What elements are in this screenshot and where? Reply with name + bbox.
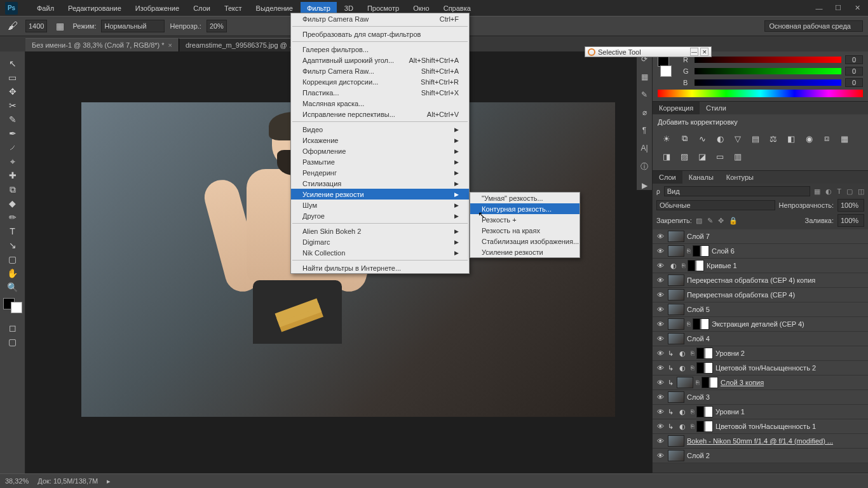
lock-pos-icon[interactable]: ✥ [718,217,724,225]
layer-row[interactable]: 👁↳◐⎘Цветовой тон/Насыщенность 1 [653,419,868,434]
zoom-level[interactable]: 38,32% [5,477,29,485]
visibility-icon[interactable]: 👁 [655,393,665,401]
lock-all-icon[interactable]: 🔒 [729,217,738,225]
filter-adj-icon[interactable]: ◐ [825,187,832,196]
minimize-icon[interactable]: — [813,4,825,13]
channelmixer-icon[interactable]: ⧈ [820,132,833,145]
crop-tool[interactable]: ✂ [5,98,20,112]
layer-row[interactable]: 👁↳◐⎘Уровни 2 [653,346,868,361]
layer-name[interactable]: Слой 3 копия [721,379,764,386]
layer-name[interactable]: Уровни 2 [715,349,745,357]
layer-name[interactable]: Слой 7 [687,233,710,240]
menu-item[interactable]: Стилизация▶ [291,178,469,189]
hue-bar[interactable] [658,90,863,97]
colorbalance-icon[interactable]: ⚖ [767,132,780,145]
brush-preset-icon[interactable]: ▦ [52,19,67,33]
layer-row[interactable]: 👁Перекрестная обработка (CEP 4) [653,288,868,302]
visibility-icon[interactable]: 👁 [655,276,665,284]
visibility-icon[interactable]: 👁 [655,291,665,299]
visibility-icon[interactable]: 👁 [655,233,665,240]
link-icon[interactable]: ⎘ [691,365,694,371]
levels-icon[interactable]: ⧉ [678,132,691,145]
maximize-icon[interactable]: ☐ [832,4,844,13]
eyedropper-tool[interactable]: ✎ [5,112,20,126]
layer-row[interactable]: 👁◐⎘Кривые 1 [653,259,868,273]
layer-name[interactable]: Уровни 1 [715,408,745,416]
menu-item[interactable]: Шум▶ [291,200,469,210]
background-swatch[interactable] [660,65,672,77]
bg-swatch[interactable] [11,302,22,313]
menu-Изображение[interactable]: Изображение [129,2,186,15]
hand-tool[interactable]: ✋ [5,266,20,280]
lasso-tool[interactable]: ✥ [5,85,20,98]
link-icon[interactable]: ⎘ [691,423,694,430]
visibility-icon[interactable]: 👁 [655,379,665,386]
threshold-icon[interactable]: ◪ [696,150,709,163]
history-brush-tool[interactable]: ✚ [5,168,20,182]
layer-row[interactable]: 👁↳◐⎘Уровни 1 [653,405,868,419]
path-tool[interactable]: ↘ [5,238,20,252]
tab-channels[interactable]: Каналы [682,171,720,184]
layer-row[interactable]: 👁Слой 3 [653,390,868,405]
menu-item[interactable]: Фильтр Camera RawCtrl+F [291,13,469,24]
menu-item[interactable]: Видео▶ [291,124,469,135]
opacity-field[interactable]: 20% [207,20,227,32]
visibility-icon[interactable]: 👁 [655,306,665,313]
layer-name[interactable]: Слой 3 [687,393,710,401]
layer-row[interactable]: 👁Слой 4 [653,332,868,346]
screenmode-icon[interactable]: ▢ [5,335,20,349]
link-icon[interactable]: ⎘ [691,409,694,415]
tab-close-icon[interactable]: × [168,41,172,49]
link-icon[interactable]: ⎘ [687,321,690,327]
swatches-icon[interactable]: ▦ [641,72,648,81]
submenu-item[interactable]: Резкость на краях [470,225,580,236]
invert-icon[interactable]: ◨ [660,150,673,163]
filter-shape-icon[interactable]: ▢ [846,187,853,196]
brush-icon[interactable]: ✎ [641,90,648,99]
tab-layers[interactable]: Слои [653,171,682,184]
lookup-icon[interactable]: ▦ [838,132,851,145]
layer-row[interactable]: 👁Слой 7 [653,229,868,244]
visibility-icon[interactable]: 👁 [655,262,665,269]
menu-item[interactable]: Digimarc▶ [291,236,469,247]
curves-icon[interactable]: ∿ [696,132,709,145]
menu-item[interactable]: Другое▶ [291,210,469,221]
menu-item[interactable]: Преобразовать для смарт-фильтров [291,29,469,39]
brush-size-field[interactable]: 1400 [25,20,47,32]
layer-name[interactable]: Bokeh - Nikon 50mm f/1.4 @ f/1.4 (modifi… [687,437,833,445]
g-value[interactable]: 0 [845,67,863,76]
char-icon[interactable]: A| [641,144,648,152]
link-icon[interactable]: ⎘ [687,248,690,254]
menu-Слои[interactable]: Слои [187,2,217,15]
exposure-icon[interactable]: ◐ [714,132,726,145]
brush-icon[interactable]: 🖌 [5,19,20,33]
selective-close-icon[interactable]: ✕ [700,48,709,56]
visibility-icon[interactable]: 👁 [655,335,665,342]
photofilter-icon[interactable]: ◉ [803,132,815,145]
bw-icon[interactable]: ◧ [785,132,797,145]
workspace-select[interactable]: Основная рабочая среда [764,20,863,32]
layer-kind-select[interactable]: Вид [664,186,811,196]
layer-name[interactable]: Цветовой тон/Насыщенность 1 [715,423,816,430]
link-icon[interactable]: ⎘ [682,262,685,269]
b-slider[interactable] [695,79,841,86]
layer-name[interactable]: Перекрестная обработка (CEP 4) копия [687,276,815,284]
visibility-icon[interactable]: 👁 [655,349,665,357]
menu-item[interactable]: Оформление▶ [291,146,469,156]
paragraph-icon[interactable]: ¶ [642,126,646,135]
tab-styles[interactable]: Стили [700,102,733,114]
status-arrow-icon[interactable]: ▸ [107,477,111,485]
r-value[interactable]: 0 [845,55,863,64]
menu-item[interactable]: Nik Collection▶ [291,247,469,258]
menu-item[interactable]: Рендеринг▶ [291,167,469,178]
b-value[interactable]: 0 [845,78,863,87]
selective-icon[interactable]: ▥ [731,150,744,163]
layer-opacity-field[interactable]: 100% [837,199,864,212]
visibility-icon[interactable]: 👁 [655,364,665,372]
blend-mode-select[interactable]: Обычные [656,200,775,210]
menu-item[interactable]: Размытие▶ [291,156,469,167]
type-tool[interactable]: T [5,224,20,238]
filter-smart-icon[interactable]: ◫ [858,187,864,196]
selective-min-icon[interactable]: — [690,48,698,56]
menu-item[interactable]: Галерея фильтров... [291,44,469,55]
